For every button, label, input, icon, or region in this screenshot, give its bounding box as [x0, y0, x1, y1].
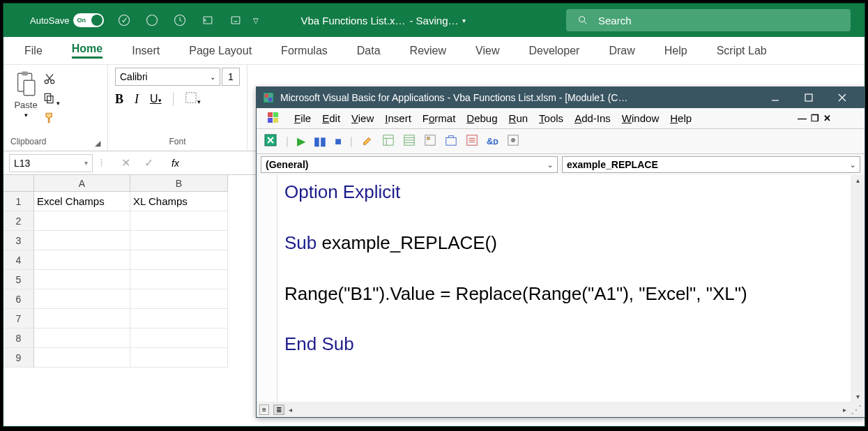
tab-developer[interactable]: Developer — [528, 45, 579, 57]
vbe-scrollbar-vertical[interactable]: ▴ ▾ — [851, 175, 865, 402]
row-header[interactable]: 6 — [3, 289, 34, 309]
vbe-menu-help[interactable]: Help — [670, 112, 692, 124]
tab-file[interactable]: File — [24, 45, 43, 57]
row-header[interactable]: 9 — [3, 348, 34, 368]
vbe-menu-debug[interactable]: Debug — [466, 112, 497, 124]
italic-button[interactable]: I — [135, 92, 139, 107]
row-header[interactable]: 3 — [3, 231, 34, 250]
vbe-mdi-close-icon[interactable]: ✕ — [823, 113, 831, 123]
undo-icon[interactable] — [200, 13, 215, 28]
border-button[interactable]: ▾ — [185, 91, 201, 107]
cell[interactable] — [130, 328, 228, 348]
fx-icon[interactable]: fx — [166, 158, 185, 169]
tab-home[interactable]: Home — [72, 43, 102, 59]
name-box[interactable]: L13▾ — [9, 154, 93, 172]
cut-icon[interactable] — [43, 72, 60, 89]
cell[interactable] — [130, 309, 228, 328]
vbe-menu-run[interactable]: Run — [509, 112, 528, 124]
cell[interactable] — [34, 289, 130, 309]
vbe-menu-insert[interactable]: Insert — [385, 112, 411, 124]
vbe-project-explorer-icon[interactable] — [382, 134, 395, 149]
vbe-view-excel-icon[interactable] — [264, 133, 277, 150]
cell[interactable] — [34, 328, 130, 348]
enter-icon[interactable]: ✓ — [144, 156, 153, 169]
vbe-mdi-minimize-icon[interactable]: — — [798, 113, 807, 123]
vbe-menu-tools[interactable]: Tools — [539, 112, 563, 124]
vbe-titlebar[interactable]: Microsoft Visual Basic for Applications … — [257, 87, 865, 108]
tab-scriptlab[interactable]: Script Lab — [717, 45, 767, 57]
vbe-minimize-button[interactable] — [759, 87, 792, 108]
save-icon[interactable] — [116, 13, 132, 28]
vbe-object-select[interactable]: (General)⌄ — [261, 156, 558, 173]
paste-button[interactable]: Paste ▾ — [13, 70, 38, 128]
tab-data[interactable]: Data — [357, 45, 381, 57]
clipboard-launcher-icon[interactable]: ◢ — [95, 139, 100, 148]
vbe-resize-grip-icon[interactable]: ⋰ — [851, 403, 862, 416]
vbe-reset-icon[interactable]: ■ — [335, 135, 342, 148]
tab-review[interactable]: Review — [410, 45, 446, 57]
circle-icon[interactable] — [144, 13, 160, 28]
redo-icon[interactable] — [228, 13, 243, 28]
vbe-design-icon[interactable] — [361, 134, 374, 149]
tab-pagelayout[interactable]: Page Layout — [189, 45, 252, 57]
cell[interactable] — [130, 270, 228, 289]
underline-button[interactable]: U▾ — [150, 93, 162, 105]
vbe-watch-icon[interactable] — [466, 134, 478, 149]
vbe-menu-window[interactable]: Window — [622, 112, 659, 124]
cell[interactable] — [34, 250, 130, 270]
tab-formulas[interactable]: Formulas — [281, 45, 328, 57]
vbe-procedure-select[interactable]: example_REPLACE⌄ — [562, 156, 860, 173]
vbe-maximize-button[interactable] — [792, 87, 825, 108]
cell[interactable] — [34, 270, 130, 289]
tab-insert[interactable]: Insert — [132, 45, 160, 57]
cell[interactable] — [34, 231, 130, 250]
vbe-menu-edit[interactable]: Edit — [322, 112, 340, 124]
tab-draw[interactable]: Draw — [609, 45, 634, 57]
vbe-object-browser-icon[interactable] — [424, 134, 436, 149]
vbe-scrollbar-horizontal[interactable]: ≡ ≣ ◂ ▸ ⋰ — [257, 402, 865, 417]
document-title[interactable]: Vba Functions List.x… - Saving… ▾ — [300, 15, 466, 27]
vbe-break-icon[interactable]: ▮▮ — [314, 135, 326, 148]
vbe-menu-format[interactable]: Format — [422, 112, 456, 124]
search-box[interactable]: Search — [566, 9, 851, 31]
vbe-close-button[interactable] — [825, 87, 859, 108]
vbe-immediate-icon[interactable]: &ᴅ — [487, 136, 498, 146]
vbe-menu-addins[interactable]: Add-Ins — [574, 112, 611, 124]
cell[interactable] — [34, 348, 130, 368]
row-header[interactable]: 2 — [3, 211, 34, 231]
vbe-run-icon[interactable]: ▶ — [297, 135, 305, 148]
cell[interactable] — [130, 348, 228, 368]
cell[interactable] — [130, 211, 228, 231]
col-header-b[interactable]: B — [130, 175, 228, 192]
row-header[interactable]: 7 — [3, 309, 34, 328]
cell-a1[interactable]: Excel Champs — [34, 192, 130, 211]
row-header[interactable]: 4 — [3, 250, 34, 270]
vbe-mdi-restore-icon[interactable]: ❐ — [811, 113, 819, 123]
vbe-procedure-view-icon[interactable]: ≣ — [273, 404, 284, 415]
col-header-a[interactable]: A — [34, 175, 130, 192]
vbe-full-module-icon[interactable]: ≡ — [259, 404, 269, 415]
cell[interactable] — [130, 231, 228, 250]
cell-b1[interactable]: XL Champs — [130, 192, 228, 211]
font-size-select[interactable]: 1 — [222, 68, 240, 86]
cell[interactable] — [130, 250, 228, 270]
vbe-project-icon[interactable] — [266, 110, 280, 126]
cancel-icon[interactable]: ✕ — [121, 156, 130, 169]
cell[interactable] — [34, 211, 130, 231]
vbe-properties-icon[interactable] — [403, 134, 416, 149]
vbe-menu-view[interactable]: View — [351, 112, 374, 124]
row-header[interactable]: 5 — [3, 270, 34, 289]
vbe-toolbox-icon[interactable] — [445, 134, 457, 149]
history-icon[interactable] — [172, 13, 188, 28]
row-header[interactable]: 1 — [3, 192, 34, 211]
vbe-menu-file[interactable]: File — [294, 112, 311, 124]
row-header[interactable]: 8 — [3, 328, 34, 348]
cell[interactable] — [130, 289, 228, 309]
vbe-code-editor[interactable]: Option Explicit Sub example_REPLACE() Ra… — [277, 175, 851, 402]
tab-help[interactable]: Help — [664, 45, 687, 57]
select-all-corner[interactable] — [3, 175, 34, 192]
qat-dropdown-icon[interactable]: ▽ — [253, 17, 259, 24]
vbe-locals-icon[interactable] — [507, 134, 519, 149]
cell[interactable] — [34, 309, 130, 328]
bold-button[interactable]: B — [115, 92, 123, 107]
